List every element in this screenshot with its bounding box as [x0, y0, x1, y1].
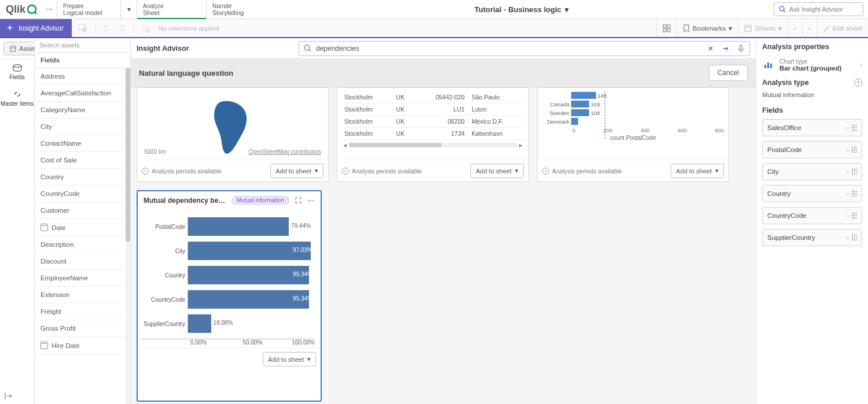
nav-narrate[interactable]: Narrate Storytelling: [206, 0, 270, 18]
chart-type-row[interactable]: Chart typeBar chart (grouped) ›: [762, 55, 862, 74]
field-item[interactable]: Date: [35, 219, 130, 236]
field-item[interactable]: ContactName: [35, 135, 130, 152]
cancel-button[interactable]: Cancel: [709, 65, 748, 81]
card-menu-button[interactable]: ⋯: [307, 197, 315, 205]
field-item[interactable]: Extension: [35, 287, 130, 303]
drag-handle-icon[interactable]: [851, 234, 857, 241]
table-row: StockholmUK1734København: [341, 128, 525, 140]
card-map: 5000 km OpenStreetMap contributors iAnal…: [137, 87, 329, 182]
field-item[interactable]: CategoryName: [35, 102, 130, 118]
drag-handle-icon[interactable]: [851, 190, 857, 197]
field-item[interactable]: Customer: [35, 202, 130, 219]
svg-line-1: [34, 12, 36, 14]
mini-bar-row: Canada109: [542, 101, 724, 108]
map-credit: OpenStreetMap contributors: [248, 149, 321, 155]
analysis-field-chip[interactable]: SalesOffice›: [762, 119, 862, 136]
variables-button[interactable]: [656, 19, 676, 37]
card-mutual-dependency[interactable]: Mutual dependency bet… Mutual informatio…: [137, 190, 322, 402]
voice-search-button[interactable]: [735, 43, 746, 54]
app-menu-button[interactable]: ⋯: [42, 0, 57, 18]
analysis-properties-panel: Analysis properties Chart typeBar chart …: [756, 38, 868, 404]
drag-handle-icon[interactable]: [851, 146, 857, 153]
bookmarks-button[interactable]: Bookmarks ▾: [676, 19, 738, 37]
reference-line: [605, 91, 605, 139]
field-item[interactable]: Freight: [35, 303, 130, 320]
nlq-label: Natural language question: [139, 69, 233, 77]
step-forward-icon[interactable]: [116, 23, 127, 34]
scrollbar[interactable]: [126, 68, 130, 404]
edit-sheet-button[interactable]: Edit sheet: [816, 19, 868, 37]
chevron-down-icon: ▾: [715, 167, 719, 175]
drag-handle-icon[interactable]: [851, 212, 857, 219]
db-icon: [12, 64, 23, 72]
field-item[interactable]: Address: [35, 68, 130, 85]
step-back-icon[interactable]: [102, 23, 113, 34]
no-selections-label: No selections applied: [159, 25, 219, 32]
field-item[interactable]: Country: [35, 169, 130, 186]
mini-bar-row: Sweden108: [542, 109, 724, 116]
field-item[interactable]: AverageCallSatisfaction: [35, 85, 130, 102]
analysis-field-chip[interactable]: City›: [762, 163, 862, 180]
card-table: StockholmUK05442-020São PauloStockholmUK…: [337, 87, 529, 182]
mic-icon: [738, 45, 744, 53]
drag-handle-icon[interactable]: [851, 124, 857, 131]
fields-list[interactable]: AddressAverageCallSatisfactionCategoryNa…: [35, 68, 130, 404]
field-item[interactable]: EmployeeName: [35, 270, 130, 287]
prev-sheet-button[interactable]: ‹: [788, 19, 802, 37]
next-sheet-button[interactable]: ›: [802, 19, 816, 37]
svg-rect-4: [79, 24, 85, 30]
fields-panel: Search assets Fields AddressAverageCallS…: [35, 38, 131, 404]
nav-prepare-dropdown[interactable]: ▾: [120, 0, 137, 18]
ask-insight-input[interactable]: Ask Insight Advisor: [774, 2, 863, 16]
add-to-sheet-button[interactable]: Add to sheet▾: [270, 164, 323, 178]
app-logo: Qlik: [0, 0, 42, 18]
drag-handle-icon[interactable]: [851, 168, 857, 175]
analysis-field-chip[interactable]: Country›: [762, 185, 862, 202]
app-title[interactable]: Tutorial - Business logic ▾: [270, 0, 774, 18]
add-to-sheet-button[interactable]: Add to sheet▾: [671, 164, 724, 178]
analysis-field-chip[interactable]: SupplierCountry›: [762, 229, 862, 246]
search-icon: [304, 45, 311, 52]
field-item[interactable]: Discount: [35, 253, 130, 270]
analysis-field-chip[interactable]: PostalCode›: [762, 141, 862, 158]
field-item[interactable]: Gross Profit: [35, 320, 130, 337]
search-assets-input[interactable]: Search assets: [35, 38, 130, 53]
nav-analyze[interactable]: Analyze Sheet: [137, 0, 206, 18]
field-item[interactable]: Description: [35, 236, 130, 253]
help-icon[interactable]: ?: [854, 79, 862, 87]
sparkle-icon: [6, 24, 14, 32]
fullscreen-button[interactable]: [294, 197, 302, 205]
rail-fields[interactable]: Fields: [0, 60, 34, 85]
clear-search-button[interactable]: ✕: [705, 43, 716, 54]
add-to-sheet-button[interactable]: Add to sheet▾: [263, 352, 316, 366]
calendar-icon: [41, 224, 48, 231]
nav-prepare[interactable]: Prepare Logical model: [57, 0, 120, 18]
ia-search-input[interactable]: [316, 45, 701, 53]
field-item[interactable]: Hire Date: [35, 337, 130, 354]
rail-collapse[interactable]: [0, 388, 34, 404]
insight-advisor-button[interactable]: Insight Advisor: [0, 19, 72, 37]
rail-master-items[interactable]: Master items: [0, 85, 34, 112]
field-item[interactable]: Cost of Sale: [35, 152, 130, 169]
sheets-button[interactable]: Sheets ▾: [738, 19, 788, 37]
left-rail: Assets Properties Fields Master items: [0, 38, 35, 404]
svg-line-24: [309, 50, 311, 51]
add-to-sheet-button[interactable]: Add to sheet▾: [470, 164, 524, 178]
chart-bar-row: City97.03%: [141, 242, 315, 260]
field-item[interactable]: City: [35, 118, 130, 135]
h-scrollbar[interactable]: ◂▸: [341, 142, 525, 149]
analysis-field-chip[interactable]: CountryCode›: [762, 207, 862, 224]
svg-rect-25: [740, 45, 742, 49]
svg-rect-17: [10, 46, 16, 51]
svg-rect-11: [663, 25, 666, 28]
ia-search[interactable]: ✕ ➔: [299, 41, 750, 56]
ia-header-title: Insight Advisor: [137, 45, 189, 53]
clear-selections-icon[interactable]: [141, 23, 152, 34]
smart-search-icon[interactable]: [78, 23, 88, 34]
chevron-down-icon: ▾: [778, 24, 782, 32]
mini-bar-row: Denmark: [542, 118, 724, 125]
pencil-icon: [823, 25, 830, 32]
analysis-type-header: Analysis type: [762, 79, 809, 87]
submit-search-button[interactable]: ➔: [720, 43, 731, 54]
field-item[interactable]: CountryCode: [35, 186, 130, 202]
